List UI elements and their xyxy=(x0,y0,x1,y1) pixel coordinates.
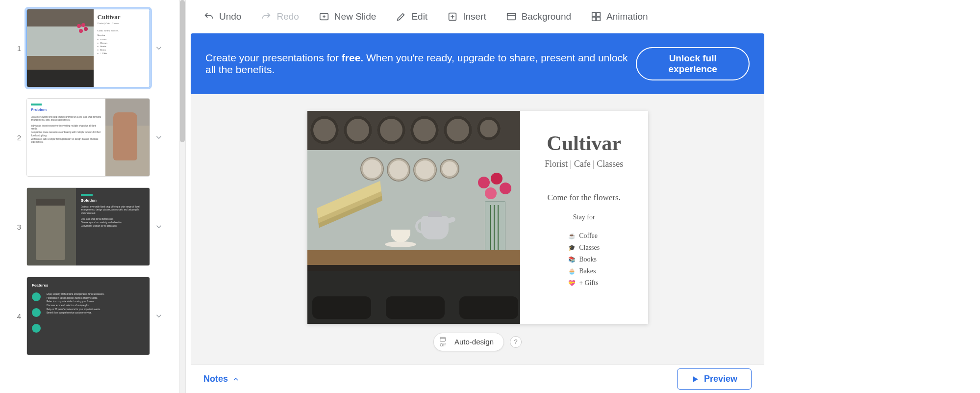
svg-rect-6 xyxy=(592,17,596,20)
thumb3-heading: Solution xyxy=(81,198,145,203)
thumbnail-number: 1 xyxy=(12,44,26,52)
auto-design-pill[interactable]: Off Auto-design xyxy=(433,333,504,351)
edit-label: Edit xyxy=(411,11,427,22)
new-slide-label: New Slide xyxy=(334,11,377,22)
thumbnail-number: 4 xyxy=(12,312,26,320)
thumbs-scrollbar-track xyxy=(179,0,185,393)
list-item: 🎓Classes xyxy=(568,244,600,252)
chevron-down-icon xyxy=(154,133,163,142)
animation-button[interactable]: Animation xyxy=(582,7,657,26)
slide-thumbnails-panel: 1 Cultivar Florist | Cafe | Classes Come… xyxy=(0,0,185,393)
undo-icon xyxy=(203,11,214,22)
coffee-icon: ☕ xyxy=(568,233,575,239)
auto-design-off-toggle[interactable]: Off xyxy=(439,336,447,348)
thumbnail-preview: Cultivar Florist | Cafe | Classes Come f… xyxy=(26,9,150,87)
redo-label: Redo xyxy=(276,11,299,22)
thumb3-body: Cultivar: a versatile floral shop offeri… xyxy=(81,206,145,215)
thumb1-stay: Stay for xyxy=(98,34,147,36)
thumb1-title: Cultivar xyxy=(98,13,147,21)
new-slide-button[interactable]: New Slide xyxy=(310,7,385,26)
auto-design-bar: Off Auto-design ? xyxy=(433,333,522,351)
thumb2-bullets: Individuals invest excessive time visiti… xyxy=(31,125,101,145)
insert-label: Insert xyxy=(463,11,486,22)
edit-button[interactable]: Edit xyxy=(387,7,436,26)
thumb2-body: Customers waste time and effort searchin… xyxy=(31,116,101,122)
thumbnail-preview: Solution Cultivar: a versatile floral sh… xyxy=(26,187,150,266)
slide-image xyxy=(307,111,520,324)
undo-label: Undo xyxy=(219,11,241,22)
auto-design-label: Auto-design xyxy=(454,338,494,346)
background-label: Background xyxy=(522,11,571,22)
chevron-down-icon xyxy=(154,312,163,320)
insert-button[interactable]: Insert xyxy=(438,7,495,26)
svg-rect-8 xyxy=(440,337,446,341)
thumbnail-options-chevron[interactable] xyxy=(150,312,168,320)
preview-button[interactable]: Preview xyxy=(677,368,752,390)
play-icon xyxy=(691,375,699,383)
upgrade-banner: Create your presentations for free. When… xyxy=(191,33,764,94)
svg-rect-7 xyxy=(597,17,600,20)
toolbar: Undo Redo New Slide Edit Insert Backgrou… xyxy=(186,0,769,33)
insert-icon xyxy=(447,11,458,22)
list-item: 🧁Bakes xyxy=(568,267,600,275)
thumbnail-preview: Problem Customers waste time and effort … xyxy=(26,98,150,177)
classes-icon: 🎓 xyxy=(568,244,575,251)
unlock-full-experience-button[interactable]: Unlock full experience xyxy=(636,47,750,80)
svg-rect-2 xyxy=(507,13,515,20)
thumb1-subtitle: Florist | Cafe | Classes xyxy=(98,22,147,25)
thumbnail-number: 2 xyxy=(12,133,26,142)
thumbnail-options-chevron[interactable] xyxy=(150,44,168,52)
thumbnail-slide-4[interactable]: 4 Features Enjoy expertly crafted floral… xyxy=(12,277,180,355)
edit-icon xyxy=(396,11,406,22)
thumbs-scrollbar-thumb[interactable] xyxy=(180,0,185,142)
thumb1-lead: Come for the flowers. xyxy=(98,29,147,32)
thumb2-heading: Problem xyxy=(31,107,101,112)
slide-subtitle: Florist | Cafe | Classes xyxy=(528,159,640,169)
chevron-down-icon xyxy=(154,222,163,231)
thumbnail-slide-3[interactable]: 3 Solution Cultivar: a versatile floral … xyxy=(12,187,180,266)
chevron-down-icon xyxy=(154,44,163,52)
redo-button[interactable]: Redo xyxy=(252,7,307,26)
background-icon xyxy=(506,11,517,22)
undo-button[interactable]: Undo xyxy=(195,7,250,26)
thumb4-heading: Features xyxy=(32,283,145,288)
list-item: 💝+ Gifts xyxy=(568,279,600,287)
svg-rect-3 xyxy=(507,13,515,15)
bakes-icon: 🧁 xyxy=(568,268,575,275)
layout-icon xyxy=(439,336,447,343)
gifts-icon: 💝 xyxy=(568,280,575,287)
bottom-bar: Notes Preview xyxy=(191,365,764,393)
slide-lead: Come for the flowers. xyxy=(528,193,640,203)
thumbnail-slide-1[interactable]: 1 Cultivar Florist | Cafe | Classes Come… xyxy=(12,9,180,87)
books-icon: 📚 xyxy=(568,256,575,263)
list-item: 📚Books xyxy=(568,256,600,263)
current-slide[interactable]: Cultivar Florist | Cafe | Classes Come f… xyxy=(307,111,648,324)
banner-text: Create your presentations for free. When… xyxy=(205,52,636,76)
thumb4-bullets: Enjoy expertly crafted floral arrangemen… xyxy=(47,292,145,340)
main-area: Undo Redo New Slide Edit Insert Backgrou… xyxy=(185,0,769,393)
thumbnail-options-chevron[interactable] xyxy=(150,133,168,142)
thumbnail-slide-2[interactable]: 2 Problem Customers waste time and effor… xyxy=(12,98,180,177)
background-button[interactable]: Background xyxy=(497,7,580,26)
svg-rect-4 xyxy=(592,12,596,16)
slide-title: Cultivar xyxy=(528,131,640,155)
thumbnail-number: 3 xyxy=(12,223,26,231)
slide-text-area[interactable]: Cultivar Florist | Cafe | Classes Come f… xyxy=(520,111,648,324)
auto-design-help-button[interactable]: ? xyxy=(510,336,522,348)
svg-rect-5 xyxy=(597,12,600,16)
list-item: ☕Coffee xyxy=(568,232,600,240)
thumb3-bullets: One-stop shop for all floral needs Diver… xyxy=(81,217,145,228)
animation-icon xyxy=(591,11,602,22)
right-whitespace xyxy=(769,0,980,393)
thumbnail-options-chevron[interactable] xyxy=(150,222,168,231)
thumbnail-preview: Features Enjoy expertly crafted floral a… xyxy=(26,277,150,355)
animation-label: Animation xyxy=(606,11,648,22)
redo-icon xyxy=(261,11,272,22)
notes-toggle[interactable]: Notes xyxy=(203,374,240,384)
new-slide-icon xyxy=(319,11,329,22)
slide-stay: Stay for xyxy=(528,213,640,221)
chevron-up-icon xyxy=(232,375,240,383)
thumb1-list: Coffee Classes Books Bakes + Gifts xyxy=(98,38,147,54)
slide-canvas: Cultivar Florist | Cafe | Classes Come f… xyxy=(191,94,764,393)
slide-list: ☕Coffee 🎓Classes 📚Books 🧁Bakes 💝+ Gifts xyxy=(568,228,600,291)
